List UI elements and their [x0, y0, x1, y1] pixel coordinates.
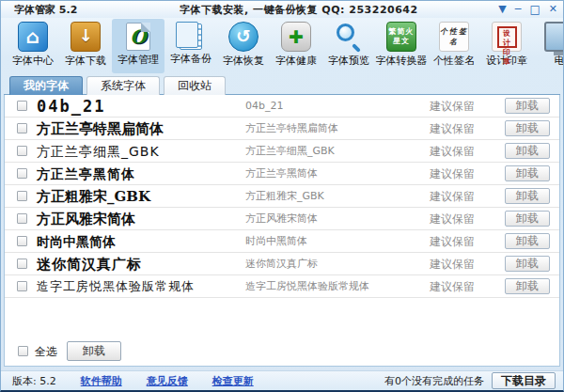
version-label: 版本: 5.2 [12, 374, 56, 388]
row-checkbox[interactable] [17, 259, 27, 269]
minimize-icon[interactable]: ─ [515, 1, 522, 18]
tab-recycle-bin[interactable]: 回收站 [164, 76, 226, 95]
uninstall-button[interactable]: 卸载 [505, 256, 550, 272]
toolbar-item-font-download[interactable]: ↓ 字体下载 [59, 19, 112, 73]
status-bar: 版本: 5.2 软件帮助 意见反馈 检查更新 有0个没有完成的任务 下载目录 [1, 370, 563, 390]
toolbar-item-label: 字体下载 [59, 54, 112, 68]
toolbar-item-seal-design[interactable]: 设计印章 设计印章 [480, 19, 533, 73]
row-checkbox[interactable] [17, 101, 27, 111]
row-checkbox[interactable] [17, 281, 27, 291]
tab-system-fonts[interactable]: 系统字体 [86, 76, 160, 95]
toolbar-item-label: 字体备份 [164, 52, 217, 66]
skin-menu-icon[interactable]: ▼ [498, 1, 506, 18]
monitor-icon [544, 22, 563, 52]
toolbar-item-font-health[interactable]: ✚ 字体健康 [270, 19, 322, 73]
title-subtitle: 字体下载安装, 一键备份恢复 QQ: 253220642 [180, 3, 418, 17]
table-row: 方正粗雅宋_GBK 方正粗雅宋_GBK 建议保留 卸载 [5, 185, 559, 208]
font-display-name: 方正兰亭黑简体 [37, 163, 135, 185]
font-display-name: 方正风雅宋简体 [37, 208, 135, 230]
table-row: 时尚中黑简体 时尚中黑简体 建议保留 卸载 [5, 230, 559, 253]
seal-icon: 设计印章 [492, 22, 522, 52]
font-display-name: 方正兰亭特黑扁简体 [37, 118, 164, 140]
converter-icon: 繁简火星文 [386, 22, 416, 52]
font-display-name: 时尚中黑简体 [37, 230, 116, 253]
backup-copy-icon [180, 24, 202, 50]
row-checkbox[interactable] [17, 213, 27, 224]
table-row: 04b_21 04b_21 建议保留 卸载 [5, 95, 559, 118]
toolbar-item-font-manage[interactable]: O 字体管理 [112, 19, 164, 73]
window-controls: ▼ ─ □ ✕ [498, 1, 557, 18]
restore-glyph: ↺ [229, 23, 258, 50]
font-plain-name: 迷你简汉真广标 [245, 253, 318, 275]
toolbar-item-label: 字体管理 [112, 53, 164, 67]
health-glyph: ✚ [282, 23, 310, 51]
app-window: 字体管家 5.2 字体下载安装, 一键备份恢复 QQ: 253220642 ▼ … [0, 0, 564, 392]
toolbar-item-label: 个性签名 [428, 54, 480, 68]
toolbar-item-clipped[interactable]: 电 [533, 19, 563, 73]
restore-undo-icon: ↺ [228, 22, 258, 52]
toolbar-item-label: 字体转换器 [375, 54, 428, 68]
toolbar: ⌂ 字体中心 ↓ 字体下载 O 字体管理 字体备份 ↺ 字体恢复 ✚ 字体健康 … [1, 19, 563, 73]
search-icon [334, 22, 364, 52]
toolbar-item-label: 字体健康 [270, 54, 322, 68]
toolbar-item-signature[interactable]: 个性签名 个性签名 [428, 19, 480, 73]
font-list: 04b_21 04b_21 建议保留 卸载 方正兰亭特黑扁简体 方正兰亭特黑扁简… [4, 95, 560, 367]
font-display-name: 方正兰亭细黑_GBK [37, 140, 160, 163]
home-icon: ⌂ [18, 22, 48, 52]
feedback-link[interactable]: 意见反馈 [147, 374, 188, 388]
manage-document-icon: O [126, 23, 150, 51]
table-row: 方正兰亭细黑_GBK 方正兰亭细黑_GBK 建议保留 卸载 [5, 140, 559, 163]
signature-icon: 个性签名 [439, 22, 469, 52]
tab-bar: 我的字体 系统字体 回收站 [4, 76, 560, 95]
select-all-label: 全选 [35, 341, 57, 362]
toolbar-item-font-backup[interactable]: 字体备份 [164, 19, 217, 73]
font-plain-name: 04b_21 [245, 95, 283, 118]
keep-suggestion-label: 建议保留 [430, 140, 475, 163]
keep-suggestion-label: 建议保留 [430, 163, 475, 185]
seal-text: 设计印章 [497, 26, 517, 48]
font-plain-name: 造字工房悦黑体验版常规体 [245, 275, 369, 298]
keep-suggestion-label: 建议保留 [430, 95, 475, 118]
keep-suggestion-label: 建议保留 [430, 230, 475, 253]
select-all-checkbox[interactable] [18, 346, 28, 356]
row-checkbox[interactable] [17, 236, 27, 246]
row-checkbox[interactable] [17, 146, 27, 156]
tab-my-fonts[interactable]: 我的字体 [9, 76, 83, 95]
uninstall-button[interactable]: 卸载 [505, 143, 550, 159]
font-display-name: 04b_21 [37, 95, 105, 118]
font-display-name: 迷你简汉真广标 [37, 253, 142, 275]
maximize-icon[interactable]: □ [529, 1, 540, 18]
toolbar-item-font-converter[interactable]: 繁简火星文 字体转换器 [375, 19, 428, 73]
home-glyph: ⌂ [19, 23, 47, 51]
check-update-link[interactable]: 检查更新 [212, 374, 254, 388]
font-plain-name: 方正兰亭黑简体 [245, 163, 318, 185]
uninstall-button[interactable]: 卸载 [505, 233, 550, 249]
help-link[interactable]: 软件帮助 [81, 374, 122, 388]
row-checkbox[interactable] [17, 168, 27, 179]
list-footer: 全选 卸载 [5, 341, 559, 362]
uninstall-button[interactable]: 卸载 [505, 165, 550, 181]
uninstall-button[interactable]: 卸载 [505, 211, 550, 227]
title-bar: 字体管家 5.2 字体下载安装, 一键备份恢复 QQ: 253220642 ▼ … [1, 1, 563, 18]
table-row: 方正兰亭特黑扁简体 方正兰亭特黑扁简体 建议保留 卸载 [5, 118, 559, 140]
download-icon: ↓ [70, 22, 101, 52]
table-row: 方正兰亭黑简体 方正兰亭黑简体 建议保留 卸载 [5, 163, 559, 185]
download-directory-button[interactable]: 下载目录 [492, 372, 556, 389]
font-display-name: 方正粗雅宋_GBK [37, 185, 150, 208]
toolbar-item-font-restore[interactable]: ↺ 字体恢复 [217, 19, 270, 73]
row-checkbox[interactable] [17, 123, 27, 133]
uninstall-button[interactable]: 卸载 [505, 98, 550, 114]
font-display-name: 造字工房悦黑体验版常规体 [37, 275, 195, 298]
uninstall-button[interactable]: 卸载 [505, 120, 550, 136]
table-row: 造字工房悦黑体验版常规体 造字工房悦黑体验版常规体 建议保留 卸载 [5, 275, 559, 298]
uninstall-selected-button[interactable]: 卸载 [67, 341, 121, 361]
toolbar-item-font-center[interactable]: ⌂ 字体中心 [7, 19, 59, 73]
row-checkbox[interactable] [17, 191, 27, 201]
uninstall-button[interactable]: 卸载 [505, 278, 550, 294]
manage-glyph: O [127, 24, 149, 50]
toolbar-item-label: 字体恢复 [217, 54, 270, 68]
uninstall-button[interactable]: 卸载 [505, 188, 550, 204]
font-plain-name: 方正风雅宋简体 [245, 208, 318, 230]
toolbar-item-font-preview[interactable]: 字体预览 [322, 19, 375, 73]
close-icon[interactable]: ✕ [549, 1, 557, 18]
